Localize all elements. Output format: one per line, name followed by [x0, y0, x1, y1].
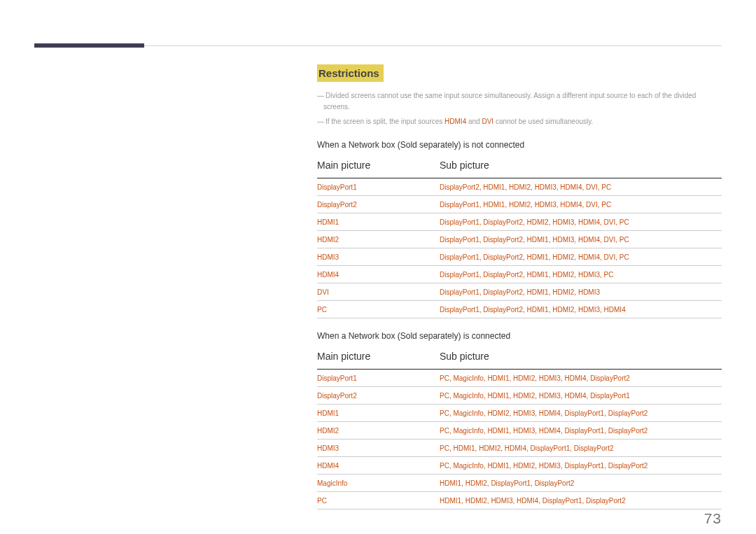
source-item: HDMI4 — [578, 236, 600, 244]
source-item: MagicInfo — [453, 374, 483, 382]
header-accent-bar — [34, 43, 144, 48]
table-row: HDMI2PC, MagicInfo, HDMI1, HDMI3, HDMI4,… — [317, 421, 722, 439]
source-item: DisplayPort2 — [483, 288, 523, 296]
source-item: DisplayPort2 — [483, 218, 523, 226]
cell-sub: PC, MagicInfo, HDMI1, HDMI2, HDMI3, HDMI… — [440, 369, 722, 386]
cell-sub: DisplayPort1, DisplayPort2, HDMI1, HDMI2… — [440, 283, 722, 300]
col-header-sub: Sub picture — [440, 160, 722, 178]
source-item: DisplayPort2 — [574, 444, 614, 452]
accent-text: HDMI4 — [444, 118, 466, 125]
col-header-main: Main picture — [317, 351, 440, 370]
source-item: HDMI4 — [604, 306, 626, 314]
compatibility-table: Main pictureSub pictureDisplayPort1PC, M… — [317, 351, 722, 510]
source-item: DVI — [604, 236, 616, 244]
source-item: DisplayPort1 — [440, 306, 479, 314]
source-item: HDMI1 — [487, 374, 509, 382]
source-item: PC — [620, 236, 629, 244]
source-item: HDMI2 — [552, 271, 574, 279]
source-item: HDMI4 — [560, 201, 582, 209]
source-item: HDMI2 — [509, 201, 531, 209]
table-subhead: When a Network box (Sold separately) is … — [317, 140, 722, 150]
source-item: PC — [604, 271, 614, 279]
table-row: HDMI4PC, MagicInfo, HDMI1, HDMI2, HDMI3,… — [317, 456, 722, 474]
source-item: DisplayPort2 — [440, 183, 479, 191]
table-row: DisplayPort2DisplayPort1, HDMI1, HDMI2, … — [317, 195, 722, 213]
table-row: PCHDMI1, HDMI2, HDMI3, HDMI4, DisplayPor… — [317, 491, 722, 509]
cell-main: DisplayPort2 — [317, 195, 440, 213]
source-item: HDMI1 — [527, 288, 549, 296]
source-item: DisplayPort1 — [440, 236, 479, 244]
source-item: DisplayPort2 — [483, 271, 523, 279]
content-region: Restrictions Divided screens cannot use … — [317, 64, 722, 510]
source-item: DisplayPort2 — [590, 374, 630, 382]
source-item: HDMI4 — [578, 218, 600, 226]
cell-sub: DisplayPort1, DisplayPort2, HDMI2, HDMI3… — [440, 213, 722, 230]
cell-sub: PC, MagicInfo, HDMI1, HDMI3, HDMI4, Disp… — [440, 421, 722, 439]
source-item: HDMI4 — [564, 374, 586, 382]
source-item: HDMI3 — [578, 271, 600, 279]
cell-main: HDMI2 — [317, 421, 440, 439]
cell-main: HDMI2 — [317, 230, 440, 248]
col-header-main: Main picture — [317, 160, 440, 178]
source-item: HDMI3 — [539, 374, 561, 382]
source-item: HDMI1 — [487, 392, 509, 400]
source-item: HDMI1 — [487, 427, 509, 435]
cell-main: DisplayPort1 — [317, 369, 440, 386]
note-line: Divided screens cannot use the same inpu… — [317, 90, 722, 112]
source-item: HDMI3 — [535, 183, 556, 191]
source-item: DisplayPort2 — [608, 427, 648, 435]
cell-sub: DisplayPort2, HDMI1, HDMI2, HDMI3, HDMI4… — [440, 178, 722, 195]
source-item: PC — [601, 183, 611, 191]
source-item: HDMI3 — [552, 218, 574, 226]
source-item: HDMI4 — [564, 392, 586, 400]
source-item: PC — [440, 374, 449, 382]
source-item: HDMI2 — [479, 444, 500, 452]
source-item: HDMI4 — [539, 409, 561, 417]
cell-main: HDMI3 — [317, 439, 440, 456]
source-item: PC — [440, 409, 449, 417]
cell-sub: DisplayPort1, DisplayPort2, HDMI1, HDMI3… — [440, 230, 722, 248]
source-item: DVI — [586, 183, 598, 191]
cell-sub: PC, MagicInfo, HDMI1, HDMI2, HDMI3, HDMI… — [440, 386, 722, 404]
cell-main: HDMI1 — [317, 213, 440, 230]
cell-main: PC — [317, 300, 440, 318]
source-item: HDMI1 — [527, 236, 549, 244]
source-item: HDMI3 — [539, 392, 561, 400]
table-row: HDMI4DisplayPort1, DisplayPort2, HDMI1, … — [317, 265, 722, 283]
cell-main: HDMI4 — [317, 456, 440, 474]
source-item: DisplayPort1 — [564, 427, 604, 435]
source-item: HDMI1 — [440, 497, 461, 505]
source-item: HDMI3 — [552, 236, 574, 244]
cell-main: DisplayPort1 — [317, 178, 440, 195]
compatibility-table: Main pictureSub pictureDisplayPort1Displ… — [317, 160, 722, 318]
source-item: MagicInfo — [453, 427, 483, 435]
source-item: MagicInfo — [453, 409, 483, 417]
source-item: HDMI3 — [513, 409, 535, 417]
source-item: HDMI1 — [440, 479, 461, 487]
source-item: PC — [440, 427, 449, 435]
source-item: HDMI2 — [552, 253, 574, 261]
source-item: DVI — [604, 253, 616, 261]
source-item: HDMI2 — [513, 462, 535, 470]
cell-sub: PC, HDMI1, HDMI2, HDMI4, DisplayPort1, D… — [440, 439, 722, 456]
cell-sub: DisplayPort1, DisplayPort2, HDMI1, HDMI2… — [440, 248, 722, 265]
source-item: HDMI4 — [505, 444, 526, 452]
source-item: DisplayPort1 — [531, 444, 570, 452]
table-row: HDMI3PC, HDMI1, HDMI2, HDMI4, DisplayPor… — [317, 439, 722, 456]
source-item: HDMI3 — [491, 497, 512, 505]
source-item: HDMI2 — [552, 288, 574, 296]
cell-main: DVI — [317, 283, 440, 300]
cell-sub: PC, MagicInfo, HDMI1, HDMI2, HDMI3, Disp… — [440, 456, 722, 474]
source-item: HDMI1 — [527, 306, 549, 314]
source-item: DVI — [604, 218, 616, 226]
table-row: DisplayPort1DisplayPort2, HDMI1, HDMI2, … — [317, 178, 722, 195]
source-item: HDMI2 — [465, 479, 487, 487]
source-item: DisplayPort2 — [483, 253, 523, 261]
table-row: HDMI2DisplayPort1, DisplayPort2, HDMI1, … — [317, 230, 722, 248]
source-item: DisplayPort1 — [542, 497, 582, 505]
source-item: HDMI3 — [578, 288, 600, 296]
source-item: HDMI1 — [483, 201, 505, 209]
table-subhead: When a Network box (Sold separately) is … — [317, 331, 722, 341]
source-item: HDMI2 — [527, 218, 549, 226]
source-item: HDMI1 — [453, 444, 475, 452]
